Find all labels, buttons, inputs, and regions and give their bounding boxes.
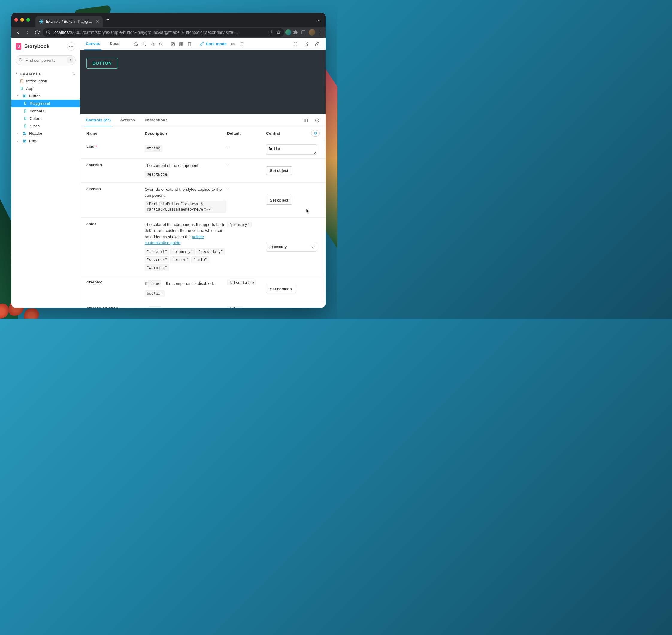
close-icon[interactable]: ✕: [95, 19, 99, 24]
component-icon: [23, 94, 27, 98]
share-icon[interactable]: [269, 30, 273, 35]
site-info-icon[interactable]: [46, 30, 50, 35]
addon-panel-close-icon[interactable]: [313, 116, 321, 125]
svg-rect-35: [180, 42, 181, 43]
control-select-color[interactable]: secondary: [266, 242, 317, 251]
sidebar-item-app[interactable]: App: [12, 85, 80, 92]
storybook-logo-icon: [16, 43, 21, 50]
svg-point-34: [172, 43, 173, 44]
forward-button[interactable]: [23, 28, 32, 37]
svg-marker-7: [277, 30, 280, 34]
extensions-icon[interactable]: [293, 30, 300, 35]
sidebar-item-button[interactable]: ▸ Button: [12, 92, 80, 100]
window-close[interactable]: [14, 18, 18, 22]
svg-rect-46: [240, 42, 244, 46]
measure-icon[interactable]: [229, 40, 238, 48]
extension-icon-1[interactable]: [285, 29, 292, 35]
zoom-in-icon[interactable]: [140, 40, 148, 48]
zoom-out-icon[interactable]: [148, 40, 157, 48]
svg-line-29: [153, 45, 154, 46]
url-input[interactable]: localhost:6006/?path=/story/example-butt…: [43, 28, 284, 37]
search-input[interactable]: [16, 56, 76, 65]
set-object-button-classes[interactable]: Set object: [266, 196, 292, 204]
tab-canvas[interactable]: Canvas: [85, 38, 101, 50]
dark-mode-toggle[interactable]: Dark mode: [200, 42, 227, 46]
remount-icon[interactable]: [132, 40, 140, 48]
search-icon: [19, 58, 23, 62]
story-icon: [20, 87, 24, 90]
outline-icon[interactable]: [238, 40, 246, 48]
svg-rect-17: [25, 132, 26, 133]
pencil-icon: [200, 42, 204, 46]
back-button[interactable]: [14, 28, 22, 37]
window-minimize[interactable]: [20, 18, 24, 22]
sidebar-menu-button[interactable]: •••: [67, 42, 75, 51]
svg-rect-15: [25, 96, 26, 97]
tab-docs[interactable]: Docs: [108, 38, 121, 50]
chevron-right-icon: ▸: [17, 139, 19, 143]
svg-rect-19: [25, 134, 26, 134]
fullscreen-icon[interactable]: [291, 40, 300, 48]
browser-tab[interactable]: Example / Button - Playground ✕: [35, 17, 103, 27]
reload-button[interactable]: [33, 28, 41, 37]
browser-window: Example / Button - Playground ✕ + ⌄ loca…: [12, 13, 326, 308]
url-text: localhost:6006/?path=/story/example-butt…: [53, 30, 266, 35]
header-description: Description: [144, 131, 227, 136]
svg-rect-38: [181, 44, 183, 46]
sidebar-item-header[interactable]: ▸ Header: [12, 130, 80, 137]
tabs-menu-icon[interactable]: ⌄: [317, 18, 320, 22]
react-icon: [39, 19, 44, 24]
tab-title: Example / Button - Playground: [46, 20, 93, 24]
sidebar-item-introduction[interactable]: Introduction: [12, 77, 80, 85]
svg-point-31: [159, 43, 162, 45]
preview-toolbar: Canvas Docs Dark mode: [80, 38, 326, 50]
sort-icon[interactable]: ⇅: [72, 72, 76, 76]
search-shortcut-badge: /: [67, 57, 73, 63]
required-indicator: *: [95, 145, 97, 149]
zoom-reset-icon[interactable]: [157, 40, 165, 48]
demo-button[interactable]: BUTTON: [86, 58, 118, 69]
sidebar-item-page[interactable]: ▸ Page: [12, 137, 80, 145]
header-control: Control: [266, 131, 280, 136]
addon-panel-position-icon[interactable]: [301, 116, 310, 125]
star-icon[interactable]: [276, 30, 281, 35]
svg-rect-12: [23, 95, 24, 95]
viewport-icon[interactable]: [185, 40, 194, 48]
background-icon[interactable]: [169, 40, 177, 48]
color-option-chip: "secondary": [196, 248, 225, 255]
svg-rect-37: [180, 44, 181, 46]
addon-tab-controls[interactable]: Controls (27): [85, 114, 112, 126]
main-panel: Canvas Docs Dark mode: [80, 38, 326, 308]
addon-tab-actions[interactable]: Actions: [119, 114, 136, 126]
sidebar-item-variants[interactable]: Variants: [12, 107, 80, 115]
controls-panel: Name Description Default Control ↺ label…: [80, 126, 326, 308]
document-icon: [20, 79, 24, 83]
new-tab-button[interactable]: +: [106, 17, 110, 23]
menu-icon[interactable]: ⋮: [316, 30, 323, 35]
profile-avatar[interactable]: [309, 29, 315, 36]
addon-tab-interactions[interactable]: Interactions: [143, 114, 169, 126]
control-row-disable-elevation: disableElevation If true , no elevation …: [80, 302, 326, 308]
window-maximize[interactable]: [26, 18, 30, 22]
component-icon: [23, 139, 27, 143]
svg-line-11: [22, 61, 22, 62]
chevron-down-icon: ▸: [17, 95, 20, 97]
preview-canvas: BUTTON: [80, 50, 326, 114]
open-new-tab-icon[interactable]: [302, 40, 311, 48]
control-input-label[interactable]: Button: [266, 145, 317, 155]
set-object-button-children[interactable]: Set object: [266, 166, 292, 175]
panel-icon[interactable]: [301, 30, 308, 35]
chevron-down-icon: ▸: [15, 73, 18, 75]
sidebar-group-example[interactable]: ▸ EXAMPLE ⇅: [12, 70, 80, 77]
grid-icon[interactable]: [177, 40, 185, 48]
address-bar: localhost:6006/?path=/story/example-butt…: [12, 27, 326, 38]
sidebar: Storybook ••• / ▸ EXAMPLE ⇅ Introduction: [12, 38, 80, 308]
reset-controls-button[interactable]: ↺: [311, 130, 319, 137]
copy-link-icon[interactable]: [313, 40, 321, 48]
sidebar-item-playground[interactable]: Playground: [12, 100, 80, 107]
color-option-chip: "inherit": [144, 248, 169, 255]
set-boolean-button-disabled[interactable]: Set boolean: [266, 285, 296, 293]
sidebar-item-sizes[interactable]: Sizes: [12, 122, 80, 130]
color-option-chip: "error": [171, 256, 191, 263]
sidebar-item-colors[interactable]: Colors: [12, 115, 80, 122]
